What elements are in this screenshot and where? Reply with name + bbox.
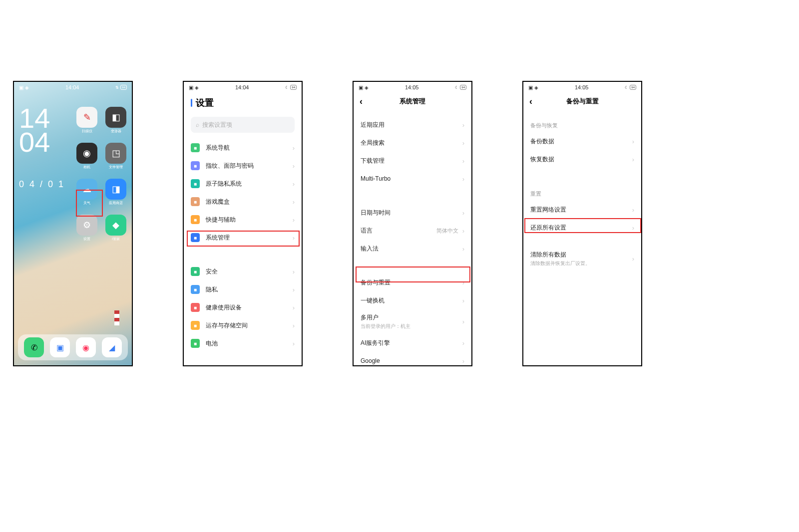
app-icon-1[interactable]: ◧变形器 — [103, 107, 129, 139]
list-row[interactable]: ■电池› — [184, 334, 302, 352]
chevron-right-icon: › — [293, 286, 295, 293]
list-row[interactable]: ■游戏魔盒› — [184, 193, 302, 211]
row-label: 还原所有设置 — [530, 224, 632, 232]
list-row[interactable]: ■指纹、面部与密码› — [184, 157, 302, 175]
chevron-right-icon: › — [462, 297, 464, 304]
list-row[interactable]: 近期应用› — [354, 116, 471, 134]
dnd-icon: ☾ — [285, 85, 289, 90]
list-row[interactable]: 清除所有数据清除数据并恢复出厂设置。› — [523, 247, 641, 271]
dock-browser-icon[interactable]: ◢ — [102, 337, 122, 357]
row-label: 备份数据 — [530, 137, 632, 146]
chevron-right-icon: › — [293, 145, 295, 151]
row-label: AI服务引擎 — [361, 339, 462, 347]
list-row[interactable]: 日期与时间› — [354, 204, 471, 222]
chevron-right-icon: › — [632, 207, 634, 213]
list-row[interactable]: ■运存与存储空间› — [184, 316, 302, 334]
row-label: 原子隐私系统 — [206, 180, 293, 188]
list-row[interactable]: 一键换机› — [354, 291, 471, 309]
list-row[interactable]: ■隐私› — [184, 280, 302, 298]
signal-icon: ⇅ — [115, 85, 119, 90]
row-label: 系统导航 — [206, 144, 293, 152]
row-label: 电池 — [206, 339, 293, 348]
wifi-icon: ◈ — [365, 85, 369, 90]
row-icon: ■ — [191, 233, 200, 242]
search-input[interactable]: ⌕ 搜索设置项 — [191, 117, 295, 133]
list-row[interactable]: 输入法› — [354, 240, 471, 258]
list-row[interactable]: 备份数据› — [523, 132, 641, 150]
app-grid: ✎扫描仪◧变形器◉相机◳文件管理☁天气◨应用商店⚙设置◆I管家 — [74, 107, 129, 247]
wifi-icon: ◈ — [195, 85, 199, 90]
list-row[interactable]: 语言简体中文› — [354, 222, 471, 240]
app-icon-4[interactable]: ☁天气 — [74, 179, 100, 211]
row-icon: ■ — [191, 161, 200, 170]
app-icon-7[interactable]: ◆I管家 — [103, 215, 129, 247]
clock-minute: 04 — [19, 128, 50, 156]
chevron-right-icon: › — [462, 228, 464, 234]
list-row[interactable]: ■快捷与辅助› — [184, 211, 302, 229]
app-icon-6[interactable]: ⚙设置 — [74, 215, 100, 247]
home-date: 0 4 / 0 1 — [19, 179, 65, 190]
list-row[interactable]: 还原所有设置› — [523, 219, 641, 237]
header-title: 系统管理 — [354, 97, 471, 106]
wallpaper-lighthouse — [114, 310, 119, 325]
phone-system-management: ▣ ◈ 14:05 ☾ 94 ‹ 系统管理 近期应用›全局搜索›下载管理›Mul… — [353, 81, 472, 366]
list-row[interactable]: ■安全› — [184, 263, 302, 280]
header-bar: ‹ 系统管理 — [354, 92, 471, 111]
status-time: 14:04 — [65, 84, 79, 90]
dock-phone-icon[interactable]: ✆ — [24, 337, 44, 357]
row-subtitle: 当前登录的用户：机主 — [361, 323, 462, 330]
chevron-right-icon: › — [462, 158, 464, 164]
chevron-right-icon: › — [293, 304, 295, 311]
battery-icon: 94 — [630, 85, 636, 90]
row-icon: ■ — [191, 215, 200, 224]
row-icon: ■ — [191, 143, 200, 152]
list-row[interactable]: 多用户当前登录的用户：机主› — [354, 309, 471, 334]
chevron-right-icon: › — [462, 358, 464, 364]
row-label: 隐私 — [206, 285, 293, 294]
row-label: 重置网络设置 — [530, 206, 632, 214]
status-bar: ▣ ◈ 14:05 ☾ 94 — [523, 82, 641, 92]
list-row[interactable]: 重置网络设置› — [523, 201, 641, 219]
app-icon-3[interactable]: ◳文件管理 — [103, 143, 129, 175]
chevron-right-icon: › — [632, 138, 634, 145]
app-icon-5[interactable]: ◨应用商店 — [103, 179, 129, 211]
notification-icon: ▣ — [189, 85, 193, 90]
search-icon: ⌕ — [196, 121, 199, 128]
chevron-right-icon: › — [632, 256, 634, 262]
row-icon: ■ — [191, 321, 200, 330]
chevron-right-icon: › — [293, 163, 295, 169]
chevron-right-icon: › — [632, 156, 634, 163]
chevron-right-icon: › — [462, 210, 464, 216]
list-row[interactable]: 下载管理› — [354, 152, 471, 170]
phone-settings-main: ▣ ◈ 14:04 ☾ 94 设置 ⌕ 搜索设置项 ■系统导航›■指纹、面部与密… — [183, 81, 303, 366]
list-row[interactable]: AI服务引擎› — [354, 334, 471, 352]
notification-icon: ▣ — [19, 85, 23, 90]
app-icon-0[interactable]: ✎扫描仪 — [74, 107, 100, 139]
list-row[interactable]: ■系统导航› — [184, 139, 302, 157]
list-row[interactable]: ■原子隐私系统› — [184, 175, 302, 193]
chevron-right-icon: › — [293, 199, 295, 205]
header-title: 备份与重置 — [523, 97, 641, 106]
list-row[interactable]: 恢复数据› — [523, 150, 641, 168]
status-time: 14:05 — [405, 84, 419, 90]
list-row[interactable]: 备份与重置› — [354, 273, 471, 291]
row-label: 健康使用设备 — [206, 303, 293, 312]
list-row[interactable]: ■健康使用设备› — [184, 298, 302, 316]
app-icon-2[interactable]: ◉相机 — [74, 143, 100, 175]
chevron-right-icon: › — [462, 246, 464, 252]
list-row[interactable]: Google› — [354, 352, 471, 366]
status-time: 14:04 — [235, 84, 249, 90]
list-row[interactable]: Multi-Turbo› — [354, 170, 471, 188]
row-icon: ■ — [191, 285, 200, 294]
list-row[interactable]: 全局搜索› — [354, 134, 471, 152]
dock-music-icon[interactable]: ◉ — [76, 337, 96, 357]
row-label: 下载管理 — [361, 157, 462, 165]
row-label: 快捷与辅助 — [206, 216, 293, 224]
row-label: Multi-Turbo — [361, 175, 462, 182]
row-label: 运存与存储空间 — [206, 321, 293, 330]
list-row[interactable]: ■系统管理› — [184, 229, 302, 247]
battery-icon: 94 — [120, 85, 127, 90]
dock-messages-icon[interactable]: ▣ — [50, 337, 70, 357]
row-icon: ■ — [191, 179, 200, 188]
chevron-right-icon: › — [293, 340, 295, 347]
